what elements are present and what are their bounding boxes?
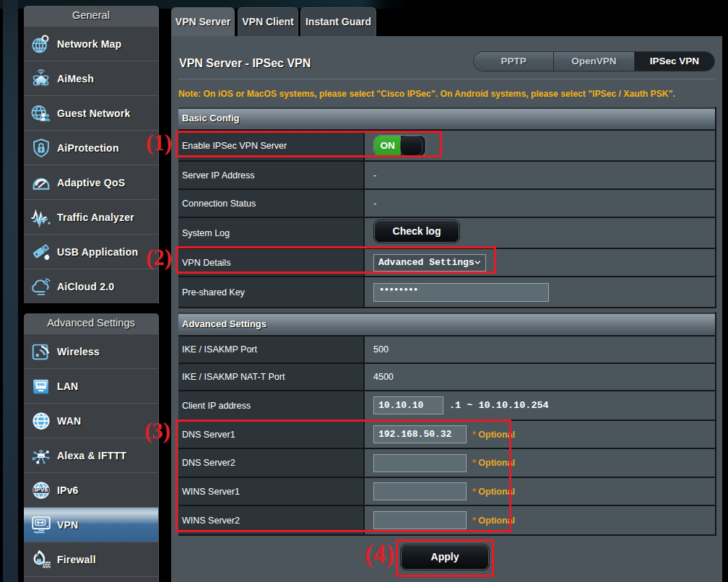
- svg-text:IPV6: IPV6: [34, 486, 48, 493]
